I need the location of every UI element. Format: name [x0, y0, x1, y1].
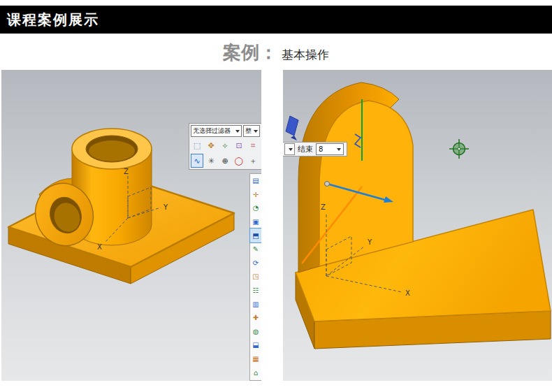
end-value: 8 [319, 145, 323, 153]
strip-icon-3[interactable]: ◔ [250, 201, 261, 215]
strip-icon-6[interactable]: ✎ [250, 242, 261, 256]
scope-value: 整 [245, 126, 252, 136]
selection-toolbar: 无选择过滤器 整 ⬚ ✥ ⟡ ⊡ ⌗ ∿ ✳ [189, 123, 261, 170]
page-banner: 课程案例展示 [0, 6, 552, 34]
point-icon[interactable]: ✳ [205, 154, 217, 168]
case-subtitle: 案例： 基本操作 [0, 34, 552, 70]
strip-icon-9[interactable]: ☷ [250, 284, 261, 298]
circle-icon[interactable]: ◯ [233, 154, 245, 168]
strip-icon-10[interactable]: ▥ [250, 297, 261, 311]
filter-row: 无选择过滤器 整 [191, 125, 260, 137]
selection-filter-value: 无选择过滤器 [193, 126, 231, 136]
left-model-canvas[interactable]: Z Y X [1, 70, 261, 381]
end-label: 结束 [298, 144, 313, 154]
snap-point-icon[interactable] [449, 139, 469, 159]
selection-filter-dropdown[interactable]: 无选择过滤器 [191, 125, 242, 137]
options-dropdown-button[interactable] [284, 143, 295, 155]
x-axis-label: X [97, 243, 102, 251]
vertical-menu-strip: ▤ ✛ ◔ ▣ ⬒ ✎ ⟳ ◳ ☷ ▥ ✚ ◍ ⬓ ▦ ⌂ [249, 173, 261, 381]
case-label: 案例： [223, 41, 277, 65]
toolbar-icon-4[interactable]: ⊡ [233, 138, 245, 152]
screenshot-panels: Z Y X 无选择过滤器 整 ⬚ ✥ [0, 70, 552, 381]
z-axis-label: Z [124, 168, 129, 175]
y-axis-label: Y [367, 238, 372, 246]
strip-icon-5-active[interactable]: ⬒ [250, 228, 261, 242]
scope-dropdown[interactable]: 整 [243, 125, 260, 137]
x-axis-label: X [405, 289, 410, 297]
strip-icon-4[interactable]: ▣ [250, 215, 261, 229]
end-value-dropdown[interactable]: 8 [316, 143, 344, 155]
strip-icon-15[interactable]: ⌂ [250, 365, 261, 379]
page: 课程案例展示 案例： 基本操作 [0, 6, 552, 381]
target-icon[interactable]: ⌖ [261, 154, 261, 168]
chevron-down-icon [235, 130, 240, 133]
toolbar-icon-5[interactable]: ⌗ [247, 138, 259, 152]
chevron-down-icon [254, 130, 258, 133]
strip-icon-1[interactable]: ▤ [250, 174, 261, 188]
strip-icon-11[interactable]: ✚ [250, 311, 261, 325]
origin-point-handle[interactable] [325, 182, 330, 187]
strip-icon-2[interactable]: ✛ [250, 188, 261, 202]
toolbar-icon-2[interactable]: ✥ [205, 138, 217, 152]
z-axis-label: Z [321, 203, 326, 211]
case-value: 基本操作 [282, 47, 329, 63]
limit-toolbar: 结束 8 [283, 142, 347, 157]
banner-title: 课程案例展示 [7, 10, 99, 29]
y-axis-label: Y [163, 203, 168, 211]
strip-icon-14[interactable]: ▦ [250, 352, 261, 366]
toolbar-icon-3[interactable]: ⟡ [219, 138, 231, 152]
toolbar-icon-1[interactable]: ⬚ [191, 138, 203, 152]
strip-icon-12[interactable]: ◍ [250, 325, 261, 339]
chevron-down-icon [337, 148, 341, 151]
strip-icon-8[interactable]: ◳ [250, 270, 261, 284]
spline-icon[interactable]: ∿ [191, 154, 203, 168]
right-viewport[interactable]: Z Y X [283, 70, 552, 381]
strip-icon-7[interactable]: ⟳ [250, 256, 261, 270]
rounded-slab[interactable] [298, 82, 413, 273]
strip-icon-13[interactable]: ⬓ [250, 338, 261, 352]
right-model-canvas[interactable]: Z Y X [283, 70, 552, 381]
chevron-down-icon [289, 148, 293, 151]
left-viewport[interactable]: Z Y X 无选择过滤器 整 ⬚ ✥ [1, 70, 261, 381]
blue-marker-icon [286, 116, 298, 140]
circle-center-icon[interactable]: ⊕ [219, 154, 231, 168]
snap-toolbar-row: ⬚ ✥ ⟡ ⊡ ⌗ [191, 138, 260, 152]
plus-icon[interactable]: ＋ [247, 154, 259, 168]
sketch-tools-row: ∿ ✳ ⊕ ◯ ＋ ⌖ [191, 154, 260, 168]
